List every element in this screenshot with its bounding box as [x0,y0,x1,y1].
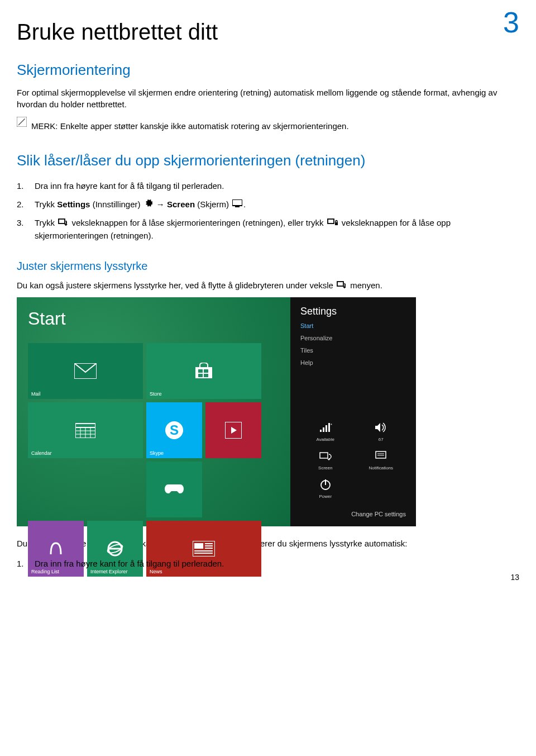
note-text: MERK: Enkelte apper støtter kanskje ikke… [31,120,349,132]
svg-text:S: S [170,422,179,438]
step-2: Trykk Settings (Innstillinger) → Screen … [17,196,519,214]
svg-rect-9 [198,369,203,373]
store-icon [194,363,213,379]
quick-notifications[interactable]: Notifications [356,449,406,470]
svg-rect-1 [232,199,242,206]
steps-list-auto-brightness: Dra inn fra høyre kant for å få tilgang … [17,555,519,573]
step-3: Trykk veksleknappen for å låse skjermori… [17,214,519,245]
volume-icon [374,420,388,435]
note-block: MERK: Enkelte apper støtter kanskje ikke… [17,116,519,136]
tile-video[interactable] [205,402,261,458]
screen-icon [232,198,242,211]
section-heading-orientation: Skjermorientering [17,61,519,79]
intro-paragraph: For optimal skjermopplevelse vil skjerme… [17,87,519,110]
brightness-intro: Du kan også justere skjermens lysstyrke … [17,279,519,292]
quick-power[interactable]: Power [300,477,351,499]
rotate-icon [58,217,68,230]
svg-rect-32 [320,430,322,432]
svg-rect-10 [204,369,208,373]
news-icon [193,541,215,557]
calendar-icon [75,422,95,438]
svg-rect-6 [337,282,343,286]
page-title: Bruke nettbrettet ditt [17,20,519,45]
quick-volume[interactable]: 67 [356,420,406,442]
tile-games[interactable] [146,462,202,517]
power-icon [318,477,333,492]
tile-calendar[interactable]: Calendar [28,402,143,458]
tile-store[interactable]: Store [146,343,261,399]
change-pc-settings-link[interactable]: Change PC settings [300,507,406,521]
quick-screen[interactable]: Screen [300,449,351,470]
quick-network[interactable]: * Available [300,420,351,442]
section-heading-lock: Slik låser/låser du opp skjermorienterin… [17,152,519,169]
svg-rect-2 [235,206,240,207]
svg-text:*: * [331,423,332,427]
quick-settings-grid: * Available 67 Screen Notifications [300,420,406,499]
steps-list-lock: Dra inn fra høyre kant for å få tilgang … [17,177,519,245]
document-page: 3 Bruke nettbrettet ditt Skjermorienteri… [0,0,536,590]
svg-rect-3 [59,219,65,224]
tile-skype[interactable]: S Skype [146,402,202,458]
rotate-icon [337,280,347,292]
note-icon [17,117,27,127]
svg-rect-11 [198,374,203,377]
wifi-icon: * [318,420,333,435]
svg-rect-34 [326,425,327,432]
section-heading-brightness: Juster skjermens lysstyrke [17,260,519,273]
svg-rect-26 [194,543,203,549]
page-number: 13 [510,573,519,582]
rotate-lock-icon [327,217,338,230]
gear-icon [144,198,153,211]
svg-rect-4 [328,219,334,224]
start-screen: Start Mail Store Calendar S Skype [17,297,290,526]
settings-item-personalize[interactable]: Personalize [300,332,406,344]
settings-item-tiles[interactable]: Tiles [300,344,406,356]
chapter-number: 3 [503,6,519,39]
windows-start-screenshot: Start Mail Store Calendar S Skype [17,297,416,526]
settings-charm-panel: Settings Start Personalize Tiles Help * … [290,297,416,526]
tile-mail[interactable]: Mail [28,343,143,399]
settings-panel-title: Settings [300,306,406,317]
settings-item-start[interactable]: Start [300,320,406,332]
gamepad-icon [165,483,184,496]
tile-grid: Mail Store Calendar S Skype [28,343,285,577]
mail-icon [74,363,97,379]
notifications-icon [374,449,388,463]
svg-rect-33 [323,427,324,432]
skype-icon: S [163,419,185,441]
svg-rect-38 [376,451,386,458]
svg-rect-12 [204,374,208,377]
video-play-icon [225,422,242,439]
screen-rotate-icon [318,449,333,463]
auto-brightness-step-1: Dra inn fra høyre kant for å få tilgang … [17,555,519,573]
note-label: MERK: [31,121,58,131]
svg-rect-5 [335,222,338,225]
svg-rect-35 [328,423,330,432]
svg-rect-37 [320,453,328,458]
settings-item-help[interactable]: Help [300,356,406,369]
step-1: Dra inn fra høyre kant for å få tilgang … [17,177,519,196]
start-title: Start [28,308,285,329]
